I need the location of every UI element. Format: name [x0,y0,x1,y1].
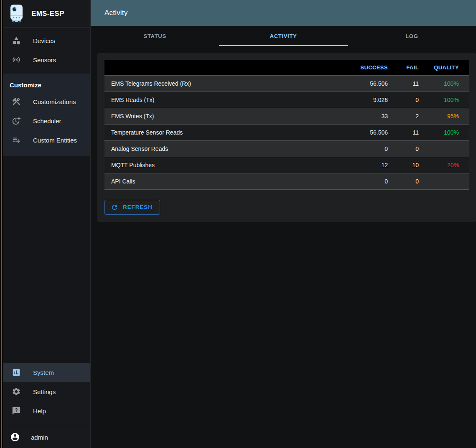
fail-value: 2 [398,108,429,124]
header-success: SUCCESS [348,60,398,75]
header-name [104,60,348,75]
gear-icon [11,387,21,397]
sidebar-bottom-menu: System Settings ? Help [0,363,90,426]
metric-label: EMS Telegrams Received (Rx) [104,75,348,92]
sidebar-main-menu: Devices Sensors [0,28,90,74]
sidebar-item-custom-entities[interactable]: Custom Entities [0,130,90,150]
metric-label: EMS Writes (Tx) [104,108,348,124]
playlist-add-icon [11,135,21,145]
app-window: EMS-ESP Devices Se [0,0,476,448]
header-fail: FAIL [398,60,429,75]
fail-value: 0 [398,92,429,108]
help-bubble-icon: ? [11,406,21,416]
quality-value [429,140,469,157]
tab-log[interactable]: LOG [348,26,476,46]
sidebar-item-system[interactable]: System [0,363,90,382]
sidebar: EMS-ESP Devices Se [0,0,91,448]
sidebar-item-help[interactable]: ? Help [0,401,90,420]
refresh-button-label: REFRESH [123,204,153,210]
table-row: Temperature Sensor Reads 56.506 11 100% [104,124,469,140]
table-row: EMS Writes (Tx) 33 2 95% [104,108,469,124]
table-header-row: SUCCESS FAIL QUALITY [104,60,469,75]
sidebar-item-settings[interactable]: Settings [0,382,90,401]
success-value: 12 [348,157,398,173]
sidebar-item-label: System [33,369,54,376]
success-value: 9.026 [348,92,398,108]
app-bar: Activity [91,0,476,26]
sidebar-item-customizations[interactable]: Customizations [0,92,90,111]
clock-plus-icon [11,116,21,126]
header-quality: QUALITY [429,60,469,75]
username-label: admin [31,434,48,441]
table-row: API Calls 0 0 [104,173,469,189]
success-value: 0 [348,173,398,189]
table-row: EMS Reads (Tx) 9.026 0 100% [104,92,469,108]
sensors-icon [11,55,21,65]
success-value: 56.506 [348,75,398,92]
brand-title: EMS-ESP [31,10,64,18]
quality-value: 100% [429,124,469,140]
fail-value: 11 [398,124,429,140]
activity-card: SUCCESS FAIL QUALITY EMS Telegrams Recei… [97,53,476,222]
sidebar-item-label: Devices [33,37,55,44]
tab-status[interactable]: STATUS [91,26,219,46]
metric-label: Temperature Sensor Reads [104,124,348,140]
active-tab-indicator [219,45,347,46]
category-icon [11,36,21,46]
sidebar-item-scheduler[interactable]: Scheduler [0,111,90,130]
quality-value: 95% [429,108,469,124]
svg-text:?: ? [15,407,18,412]
boiler-icon [9,4,24,25]
sidebar-item-devices[interactable]: Devices [0,31,90,50]
sidebar-item-label: Customizations [33,98,76,105]
activity-table: SUCCESS FAIL QUALITY EMS Telegrams Recei… [104,60,469,190]
construction-icon [11,97,21,107]
fail-value: 0 [398,140,429,157]
sidebar-spacer [0,156,90,363]
fail-value: 11 [398,75,429,92]
tab-bar: STATUS ACTIVITY LOG [91,26,476,46]
metric-label: API Calls [104,173,348,189]
sidebar-item-label: Scheduler [33,117,61,125]
analytics-icon [11,367,21,377]
scrollbar[interactable] [1,0,2,448]
sidebar-item-label: Help [33,407,46,415]
metric-label: MQTT Publishes [104,157,348,173]
metric-label: EMS Reads (Tx) [104,92,348,108]
main-content: Activity STATUS ACTIVITY LOG SUCCESS FAI… [91,0,476,448]
quality-value: 20% [429,157,469,173]
sidebar-user[interactable]: admin [0,426,90,448]
quality-value [429,173,469,189]
tab-activity[interactable]: ACTIVITY [219,26,347,46]
quality-value: 100% [429,92,469,108]
sidebar-item-label: Sensors [33,56,56,64]
account-circle-icon [10,432,20,442]
table-row: EMS Telegrams Received (Rx) 56.506 11 10… [104,75,469,92]
refresh-button[interactable]: REFRESH [104,200,160,215]
sidebar-item-label: Custom Entities [33,137,77,144]
success-value: 0 [348,140,398,157]
sidebar-item-sensors[interactable]: Sensors [0,50,90,69]
customize-section-header: Customize [0,79,90,92]
sidebar-header: EMS-ESP [0,0,90,28]
fail-value: 10 [398,157,429,173]
page-title: Activity [104,9,127,17]
success-value: 33 [348,108,398,124]
table-row: MQTT Publishes 12 10 20% [104,157,469,173]
window-left-edge [0,0,3,448]
table-row: Analog Sensor Reads 0 0 [104,140,469,157]
success-value: 56.506 [348,124,398,140]
sidebar-customize-section: Customize Customizations Scheduler Custo… [0,74,90,156]
sidebar-item-label: Settings [33,388,56,395]
metric-label: Analog Sensor Reads [104,140,348,157]
fail-value: 0 [398,173,429,189]
quality-value: 100% [429,75,469,92]
refresh-icon [111,204,118,211]
